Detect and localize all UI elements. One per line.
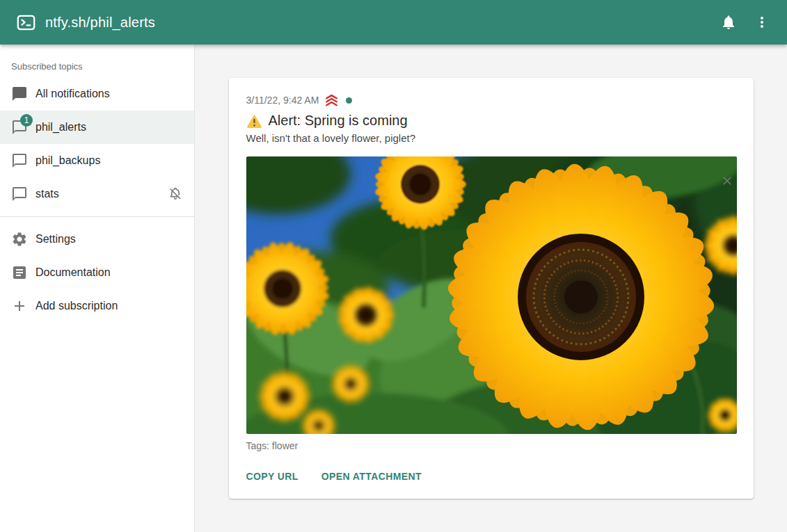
sidebar-item-all-notifications[interactable]: All notifications: [0, 77, 194, 111]
sidebar-item-label: Add subscription: [35, 300, 183, 312]
timestamp: 3/11/22, 9:42 AM: [246, 95, 319, 106]
sidebar-item-add-subscription[interactable]: Add subscription: [0, 289, 194, 323]
sidebar-item-settings[interactable]: Settings: [0, 223, 194, 256]
subscribed-topics-label: Subscribed topics: [0, 50, 194, 77]
chat-bubble-filled-icon: [11, 86, 28, 102]
notification-card: 3/11/22, 9:42 AM: [229, 78, 754, 499]
page-title: ntfy.sh/phil_alerts: [45, 15, 715, 31]
notification-title: Alert: Spring is coming: [269, 113, 408, 129]
plus-icon: [11, 298, 28, 314]
chat-bubble-outline-icon: [11, 186, 28, 202]
sidebar-item-label: Settings: [35, 233, 183, 245]
copy-url-button[interactable]: COPY URL: [241, 467, 304, 486]
warning-icon: [246, 113, 262, 128]
notification-body: Well, isn't that a lovely flower, piglet…: [246, 132, 737, 144]
main-content: 3/11/22, 9:42 AM: [195, 45, 787, 532]
chat-bubble-outline-icon: [11, 152, 28, 169]
sidebar-item-phil-backups[interactable]: phil_backups: [0, 144, 194, 177]
close-icon: [720, 174, 734, 188]
more-vert-icon: [754, 14, 770, 31]
sidebar: Subscribed topics All notifications 1 ph…: [0, 45, 195, 532]
sidebar-item-phil-alerts[interactable]: 1 phil_alerts: [0, 111, 194, 144]
notifications-off-icon: [168, 186, 183, 202]
sidebar-item-label: stats: [35, 188, 168, 200]
close-notification-button[interactable]: [717, 171, 737, 191]
sidebar-divider: [0, 216, 194, 217]
sidebar-item-label: Documentation: [35, 266, 183, 279]
ntfy-logo-icon: [17, 13, 35, 32]
open-attachment-button[interactable]: OPEN ATTACHMENT: [316, 467, 427, 486]
sidebar-item-label: phil_backups: [35, 154, 183, 167]
priority-max-icon: [324, 93, 340, 107]
gear-icon: [11, 231, 28, 248]
article-icon: [11, 264, 28, 281]
notifications-button[interactable]: [715, 8, 742, 36]
chat-bubble-outline-icon: 1: [11, 119, 28, 136]
sidebar-item-stats[interactable]: stats: [0, 177, 194, 211]
unread-dot: [346, 97, 352, 104]
app-bar: ntfy.sh/phil_alerts: [0, 0, 787, 45]
card-actions: COPY URL OPEN ATTACHMENT: [229, 451, 754, 499]
notification-title-row: Alert: Spring is coming: [246, 113, 737, 129]
unread-count-badge: 1: [20, 114, 33, 127]
overflow-menu-button[interactable]: [748, 8, 776, 36]
sidebar-item-documentation[interactable]: Documentation: [0, 256, 194, 289]
attachment-image[interactable]: [246, 156, 737, 434]
bell-icon: [720, 14, 737, 31]
tags-line: Tags: flower: [246, 440, 737, 451]
sidebar-item-label: phil_alerts: [35, 121, 183, 134]
sidebar-item-label: All notifications: [35, 88, 183, 100]
notification-meta: 3/11/22, 9:42 AM: [246, 93, 737, 107]
